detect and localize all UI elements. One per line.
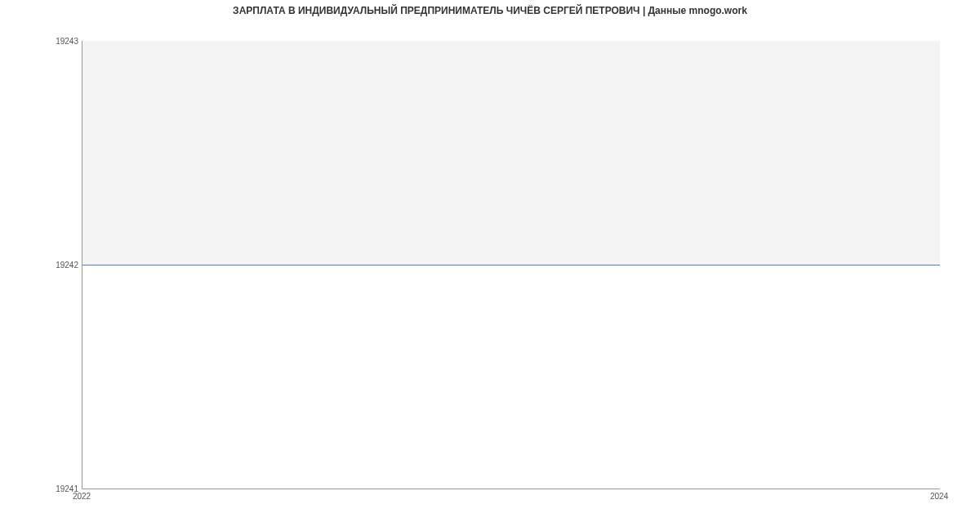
y-tick-label: 19241 <box>5 484 78 493</box>
y-tick-label: 19242 <box>5 261 78 270</box>
chart-title: ЗАРПЛАТА В ИНДИВИДУАЛЬНЫЙ ПРЕДПРИНИМАТЕЛ… <box>0 5 980 16</box>
x-tick-label: 2022 <box>73 492 91 501</box>
y-tick-label: 19243 <box>5 37 78 46</box>
x-tick-label: 2024 <box>930 492 948 501</box>
salary-chart: ЗАРПЛАТА В ИНДИВИДУАЛЬНЫЙ ПРЕДПРИНИМАТЕЛ… <box>0 0 980 531</box>
series-area-fill <box>82 41 940 266</box>
series-line <box>82 265 940 266</box>
plot-area <box>82 41 940 489</box>
